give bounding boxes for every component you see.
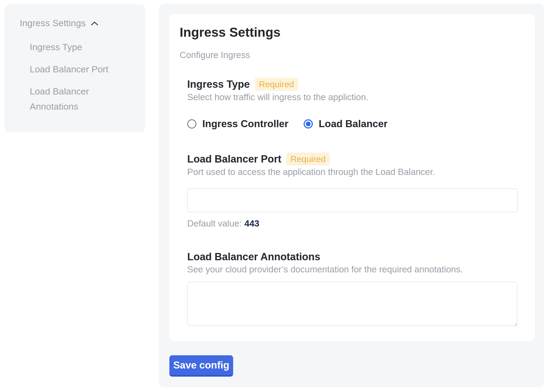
sidebar-item-ingress-type[interactable]: Ingress Type bbox=[30, 39, 119, 55]
radio-option-ingress-controller[interactable]: Ingress Controller bbox=[187, 118, 289, 130]
ingress-settings-card: Ingress Settings Configure Ingress Ingre… bbox=[169, 14, 535, 341]
lb-port-label: Load Balancer Port bbox=[187, 153, 281, 165]
ingress-type-label: Ingress Type bbox=[187, 78, 250, 90]
sidebar-item-load-balancer-annotations[interactable]: Load Balancer Annotations bbox=[30, 84, 119, 114]
sidebar-group-ingress-settings[interactable]: Ingress Settings bbox=[20, 16, 140, 30]
sidebar-item-list: Ingress Type Load Balancer Port Load Bal… bbox=[30, 39, 140, 114]
ingress-type-description: Select how traffic will ingress to the a… bbox=[187, 92, 518, 103]
ingress-settings-form: Ingress Type Required Select how traffic… bbox=[187, 78, 518, 326]
page-title: Ingress Settings bbox=[180, 25, 518, 40]
sidebar-item-load-balancer-port[interactable]: Load Balancer Port bbox=[30, 62, 119, 77]
lb-port-default-line: Default value:443 bbox=[187, 218, 518, 229]
radio-ingress-controller-icon[interactable] bbox=[187, 119, 196, 129]
section-load-balancer-annotations: Load Balancer Annotations See your cloud… bbox=[187, 251, 518, 326]
lb-port-description: Port used to access the application thro… bbox=[187, 166, 518, 178]
sidebar-group-label: Ingress Settings bbox=[20, 16, 86, 30]
section-ingress-type: Ingress Type Required Select how traffic… bbox=[187, 78, 518, 130]
save-config-button[interactable]: Save config bbox=[169, 355, 233, 377]
required-badge: Required bbox=[255, 78, 299, 91]
lb-annotations-textarea[interactable] bbox=[187, 282, 517, 326]
ingress-type-radio-group: Ingress Controller Load Balancer bbox=[187, 118, 518, 130]
lb-annotations-description: See your cloud provider’s documentation … bbox=[187, 264, 518, 275]
default-value-prefix: Default value: bbox=[187, 218, 242, 228]
lb-annotations-label: Load Balancer Annotations bbox=[187, 251, 320, 263]
radio-ingress-controller-label: Ingress Controller bbox=[202, 118, 289, 130]
radio-load-balancer-label: Load Balancer bbox=[319, 118, 388, 130]
radio-load-balancer-icon[interactable] bbox=[304, 119, 313, 129]
settings-sidebar: Ingress Settings Ingress Type Load Balan… bbox=[4, 4, 145, 132]
lb-port-input[interactable] bbox=[187, 188, 518, 212]
radio-option-load-balancer[interactable]: Load Balancer bbox=[304, 118, 388, 130]
section-load-balancer-port: Load Balancer Port Required Port used to… bbox=[187, 153, 518, 229]
required-badge: Required bbox=[286, 153, 330, 165]
page-subtitle: Configure Ingress bbox=[180, 50, 518, 60]
chevron-up-icon bbox=[91, 21, 98, 26]
default-value-number: 443 bbox=[244, 218, 259, 228]
